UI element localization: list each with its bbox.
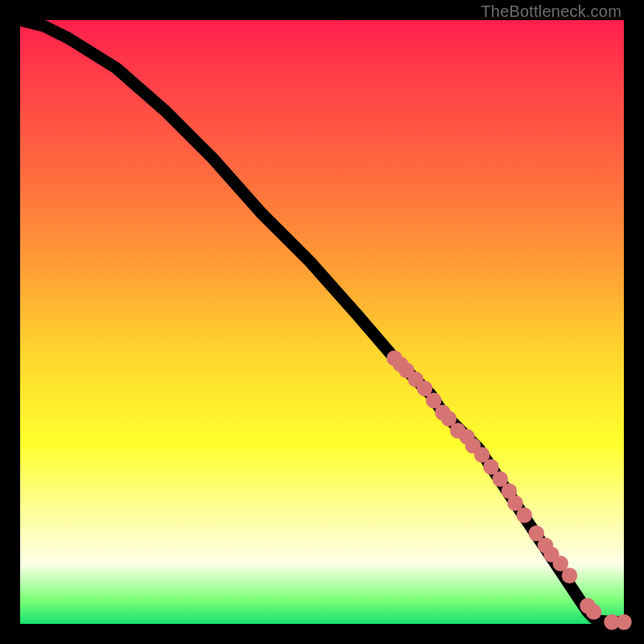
curve-marker <box>486 462 496 472</box>
curve-marker <box>402 365 411 375</box>
curve-marker <box>519 510 529 520</box>
curve-marker <box>565 571 575 580</box>
curve-marker <box>477 450 487 460</box>
curve-marker <box>555 559 565 568</box>
curve-marker <box>411 374 420 384</box>
curve-marker <box>531 529 541 539</box>
curve-marker <box>495 474 505 484</box>
curve-marker <box>510 498 520 508</box>
curve-marker <box>607 617 617 627</box>
curve-marker <box>420 384 430 394</box>
curve-marker <box>444 414 454 423</box>
curve-marker <box>505 486 514 496</box>
curve-marker <box>547 550 556 559</box>
curve-marker <box>469 441 478 451</box>
chart-stage: TheBottleneck.com <box>0 0 644 644</box>
chart-overlay <box>20 20 624 624</box>
attribution-label: TheBottleneck.com <box>481 2 621 21</box>
marker-layer <box>390 353 629 627</box>
curve-marker <box>589 607 599 617</box>
curve-marker <box>619 617 629 627</box>
curve-marker <box>429 396 439 406</box>
